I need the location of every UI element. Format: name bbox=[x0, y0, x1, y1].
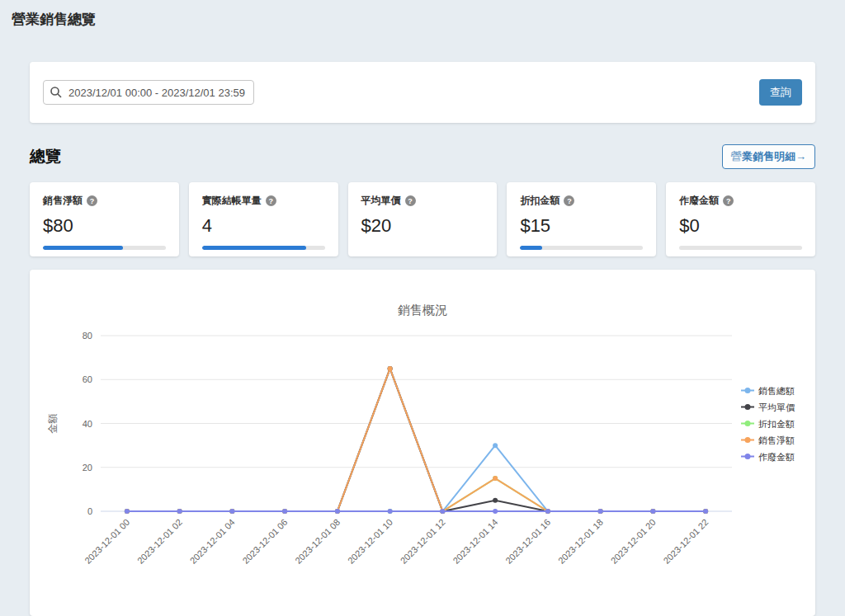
legend-marker bbox=[745, 404, 751, 410]
data-point-marker[interactable] bbox=[493, 476, 498, 481]
query-button[interactable]: 查詢 bbox=[759, 79, 802, 106]
page-title: 營業銷售總覽 bbox=[0, 0, 845, 29]
data-point-marker[interactable] bbox=[545, 509, 550, 514]
x-tick-label: 2023-12-01 02 bbox=[135, 517, 184, 566]
data-point-marker[interactable] bbox=[493, 509, 498, 514]
x-tick-label: 2023-12-01 08 bbox=[293, 517, 342, 566]
x-tick-label: 2023-12-01 18 bbox=[556, 517, 605, 566]
stat-value: $15 bbox=[520, 215, 643, 237]
stat-card: 實際結帳單量 ? 4 bbox=[189, 182, 338, 256]
x-tick-label: 2023-12-01 12 bbox=[399, 517, 447, 566]
data-point-marker[interactable] bbox=[388, 366, 393, 371]
legend-marker bbox=[745, 388, 751, 393]
stat-progress bbox=[679, 246, 802, 250]
legend-item[interactable]: 平均單價 bbox=[758, 402, 795, 412]
x-tick-label: 2023-12-01 04 bbox=[188, 517, 237, 566]
y-tick-label: 80 bbox=[83, 331, 92, 341]
stats-row: 銷售淨額 ? $80 實際結帳單量 ? 4 平均單價 ? $20 bbox=[30, 182, 815, 256]
help-icon[interactable]: ? bbox=[723, 195, 734, 206]
x-tick-label: 2023-12-01 10 bbox=[346, 517, 394, 566]
overview-header: 總覽 營業銷售明細→ bbox=[30, 144, 815, 169]
data-point-marker[interactable] bbox=[703, 509, 708, 514]
y-tick-label: 60 bbox=[83, 374, 92, 384]
data-point-marker[interactable] bbox=[493, 443, 498, 448]
data-point-marker[interactable] bbox=[177, 509, 182, 514]
y-tick-label: 0 bbox=[87, 506, 92, 516]
x-tick-label: 2023-12-01 16 bbox=[503, 517, 552, 566]
series-line bbox=[127, 478, 706, 511]
stat-value: $20 bbox=[361, 215, 484, 237]
legend-marker bbox=[745, 437, 751, 443]
data-point-marker[interactable] bbox=[493, 498, 498, 503]
x-tick-label: 2023-12-01 06 bbox=[240, 517, 289, 566]
chart-title: 銷售概況 bbox=[43, 303, 802, 318]
stat-progress-fill bbox=[43, 246, 123, 250]
series-line bbox=[127, 369, 706, 511]
help-icon[interactable]: ? bbox=[405, 195, 416, 206]
data-point-marker[interactable] bbox=[282, 509, 287, 514]
main-content: 查詢 總覽 營業銷售明細→ 銷售淨額 ? $80 實際結帳單量 ? 4 bbox=[0, 62, 845, 616]
stat-value: $0 bbox=[679, 215, 802, 237]
stat-card: 平均單價 ? $20 bbox=[348, 182, 498, 256]
x-tick-label: 2023-12-01 22 bbox=[661, 517, 710, 566]
help-icon[interactable]: ? bbox=[87, 195, 97, 206]
x-tick-label: 2023-12-01 20 bbox=[609, 517, 658, 566]
date-range-picker[interactable] bbox=[43, 80, 254, 105]
legend-item[interactable]: 銷售淨額 bbox=[758, 435, 795, 445]
stat-card: 折扣金額 ? $15 bbox=[507, 182, 656, 256]
search-icon bbox=[50, 86, 63, 99]
stat-label: 平均單價 bbox=[361, 194, 401, 208]
data-point-marker[interactable] bbox=[650, 509, 655, 514]
stat-progress bbox=[520, 246, 643, 250]
chart-card: 銷售概況 020406080金額2023-12-01 002023-12-01 … bbox=[30, 270, 815, 616]
stat-label: 作廢金額 bbox=[679, 194, 719, 208]
stat-card: 作廢金額 ? $0 bbox=[666, 182, 815, 256]
legend-item[interactable]: 作廢金額 bbox=[758, 452, 795, 462]
x-tick-label: 2023-12-01 00 bbox=[83, 517, 131, 566]
data-point-marker[interactable] bbox=[598, 509, 603, 514]
overview-heading: 總覽 bbox=[30, 146, 61, 167]
stat-value: $80 bbox=[43, 215, 166, 237]
data-point-marker[interactable] bbox=[125, 509, 130, 514]
data-point-marker[interactable] bbox=[440, 509, 445, 514]
y-tick-label: 20 bbox=[83, 463, 92, 473]
x-tick-label: 2023-12-01 14 bbox=[451, 517, 499, 566]
sales-detail-button[interactable]: 營業銷售明細→ bbox=[722, 144, 815, 169]
stat-progress-fill bbox=[202, 246, 306, 250]
data-point-marker[interactable] bbox=[335, 509, 340, 514]
search-card: 查詢 bbox=[30, 62, 815, 123]
sales-line-chart: 020406080金額2023-12-01 002023-12-01 02202… bbox=[43, 323, 802, 581]
stat-progress-fill bbox=[520, 246, 542, 250]
help-icon[interactable]: ? bbox=[266, 195, 276, 206]
data-point-marker[interactable] bbox=[388, 509, 393, 514]
legend-item[interactable]: 折扣金額 bbox=[758, 419, 795, 429]
stat-value: 4 bbox=[202, 215, 325, 237]
stat-card: 銷售淨額 ? $80 bbox=[30, 182, 179, 256]
help-icon[interactable]: ? bbox=[564, 195, 574, 206]
stat-label: 折扣金額 bbox=[520, 194, 559, 208]
y-tick-label: 40 bbox=[83, 419, 92, 429]
date-range-input[interactable] bbox=[43, 80, 254, 105]
stat-progress bbox=[202, 246, 325, 250]
stat-label: 銷售淨額 bbox=[43, 194, 83, 208]
legend-marker bbox=[745, 421, 751, 426]
stat-progress bbox=[43, 246, 166, 250]
y-axis-title: 金額 bbox=[47, 414, 59, 435]
stat-label: 實際結帳單量 bbox=[202, 194, 262, 208]
legend-item[interactable]: 銷售總額 bbox=[758, 386, 795, 396]
data-point-marker[interactable] bbox=[229, 509, 234, 514]
legend-marker bbox=[745, 454, 751, 459]
